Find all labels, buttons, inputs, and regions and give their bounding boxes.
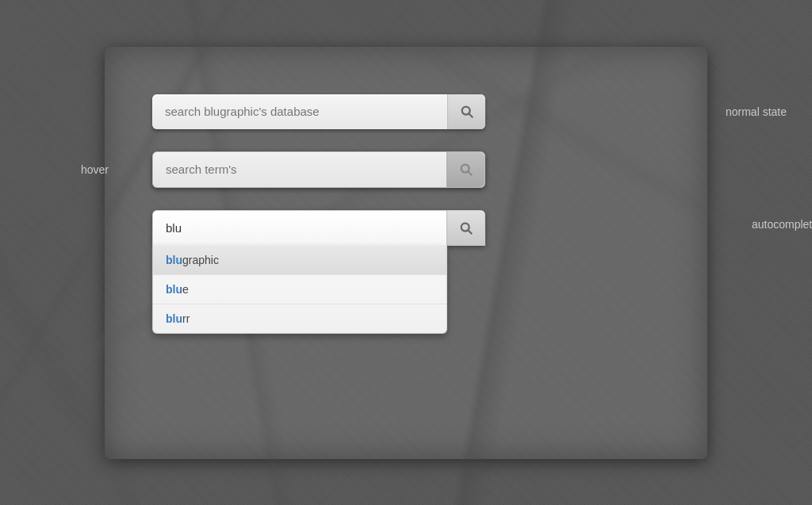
normal-state-wrapper: normal state bbox=[152, 94, 660, 129]
svg-line-3 bbox=[468, 171, 472, 175]
autocomplete-item-3[interactable]: blurr bbox=[153, 304, 446, 333]
search-icon bbox=[460, 105, 474, 119]
search-button-autocomplete[interactable] bbox=[446, 211, 485, 246]
hover-state-wrapper: hover bbox=[152, 151, 660, 188]
search-bar-normal bbox=[152, 94, 485, 129]
autocomplete-rest-3: rr bbox=[182, 312, 190, 325]
svg-point-2 bbox=[461, 164, 469, 172]
search-bar-hover bbox=[152, 151, 485, 188]
search-input-normal[interactable] bbox=[152, 95, 447, 128]
hover-label: hover bbox=[81, 163, 109, 176]
search-button-normal[interactable] bbox=[447, 94, 485, 129]
svg-line-5 bbox=[468, 230, 472, 234]
autocomplete-state-wrapper: blugraphic blue blurr autocomplete bbox=[152, 210, 660, 334]
autocomplete-highlight-1: blu bbox=[166, 254, 182, 266]
autocomplete-item-1[interactable]: blugraphic bbox=[153, 246, 446, 275]
card: normal state hover bbox=[105, 47, 707, 459]
search-components: normal state hover bbox=[152, 78, 660, 334]
autocomplete-top-bar bbox=[152, 210, 485, 246]
autocomplete-item-2[interactable]: blue bbox=[153, 275, 446, 304]
autocomplete-label: autocomplete bbox=[752, 218, 812, 231]
svg-point-0 bbox=[462, 106, 469, 114]
autocomplete-rest-2: e bbox=[182, 283, 189, 296]
background: normal state hover bbox=[0, 0, 812, 505]
search-input-autocomplete[interactable] bbox=[153, 212, 446, 244]
autocomplete-rest-1: graphic bbox=[182, 254, 219, 266]
search-icon-hover bbox=[459, 163, 473, 177]
autocomplete-highlight-3: blu bbox=[166, 312, 182, 325]
search-icon-autocomplete bbox=[459, 221, 473, 235]
svg-point-4 bbox=[461, 223, 469, 231]
svg-line-1 bbox=[469, 113, 473, 117]
search-input-hover[interactable] bbox=[153, 153, 446, 186]
autocomplete-dropdown: blugraphic blue blurr bbox=[152, 246, 447, 334]
normal-state-label: normal state bbox=[726, 105, 787, 118]
search-bar-autocomplete: blugraphic blue blurr bbox=[152, 210, 485, 334]
autocomplete-highlight-2: blu bbox=[166, 283, 182, 296]
search-button-hover[interactable] bbox=[446, 152, 485, 187]
